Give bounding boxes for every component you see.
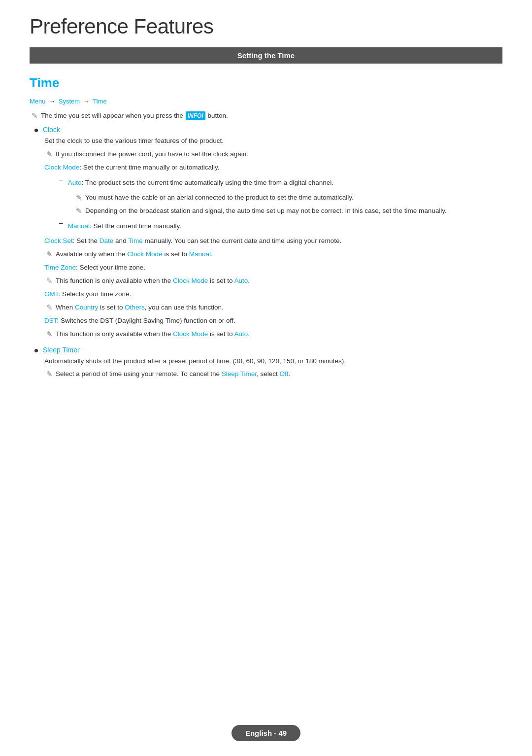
clock-note1: ✎ If you disconnect the power cord, you …	[44, 149, 502, 159]
page-container: Preference Features Setting the Time Tim…	[0, 0, 532, 422]
gmt-note: ✎ When Country is set to Others, you can…	[44, 303, 502, 312]
bullet-dot-2	[34, 349, 38, 352]
clock-mode-label: Clock Mode	[44, 164, 79, 171]
manual-label: Manual	[68, 222, 90, 230]
note-icon-gmt: ✎	[46, 303, 53, 312]
clock-set-line: Clock Set: Set the Date and Time manuall…	[44, 236, 502, 246]
auto-note1: ✎ You must have the cable or an aerial c…	[74, 193, 502, 203]
bullet-clock: Clock	[34, 126, 502, 134]
page-title: Preference Features	[30, 15, 502, 38]
page-footer: English - 49	[232, 725, 300, 741]
dst-note: ✎ This function is only available when t…	[44, 329, 502, 339]
sleep-timer-description: Automatically shuts off the product afte…	[44, 356, 502, 367]
gmt-label: GMT	[44, 290, 59, 298]
gmt-line: GMT: Selects your time zone.	[44, 289, 502, 300]
clock-set-note: ✎ Available only when the Clock Mode is …	[44, 249, 502, 259]
time-zone-line: Time Zone: Select your time zone.	[44, 262, 502, 273]
dash-auto: – Auto: The product sets the current tim…	[59, 175, 502, 190]
auto-note2: ✎ Depending on the broadcast station and…	[74, 206, 502, 216]
note-icon-auto1: ✎	[76, 193, 82, 202]
section-header: Setting the Time	[30, 47, 502, 64]
auto-section: – Auto: The product sets the current tim…	[59, 175, 502, 234]
note-icon: ✎	[32, 111, 38, 120]
note-icon-auto2: ✎	[76, 206, 82, 215]
clock-mode-line: Clock Mode: Set the current time manuall…	[44, 162, 502, 173]
sleep-timer-section: Automatically shuts off the product afte…	[44, 356, 502, 379]
intro-note: ✎ The time you set will appear when you …	[30, 111, 502, 121]
clock-section: Set the clock to use the various timer f…	[44, 136, 502, 339]
section-title: Time	[30, 75, 502, 91]
dst-label: DST	[44, 317, 57, 324]
note-icon-clockset: ✎	[46, 250, 53, 259]
clock-description: Set the clock to use the various timer f…	[44, 136, 502, 146]
bullet-sleep-timer: Sleep Timer	[34, 346, 502, 354]
dash-manual: – Manual: Set the current time manually.	[59, 219, 502, 234]
sleep-timer-label: Sleep Timer	[43, 346, 80, 354]
dst-line: DST: Switches the DST (Daylight Saving T…	[44, 315, 502, 326]
info-badge: INFOi	[186, 111, 205, 120]
note-icon-timezone: ✎	[46, 276, 53, 285]
breadcrumb: Menu → System → Time	[30, 98, 502, 105]
note-icon-1: ✎	[46, 150, 53, 159]
auto-label: Auto	[68, 179, 82, 186]
auto-notes: ✎ You must have the cable or an aerial c…	[74, 193, 502, 216]
clock-set-label: Clock Set	[44, 237, 73, 244]
bullet-dot	[34, 129, 38, 132]
time-zone-note: ✎ This function is only available when t…	[44, 276, 502, 286]
time-zone-label: Time Zone	[44, 264, 76, 271]
sleep-timer-note: ✎ Select a period of time using your rem…	[44, 369, 502, 379]
note-icon-dst: ✎	[46, 330, 53, 339]
clock-label: Clock	[43, 126, 60, 134]
note-icon-sleep: ✎	[46, 370, 53, 378]
